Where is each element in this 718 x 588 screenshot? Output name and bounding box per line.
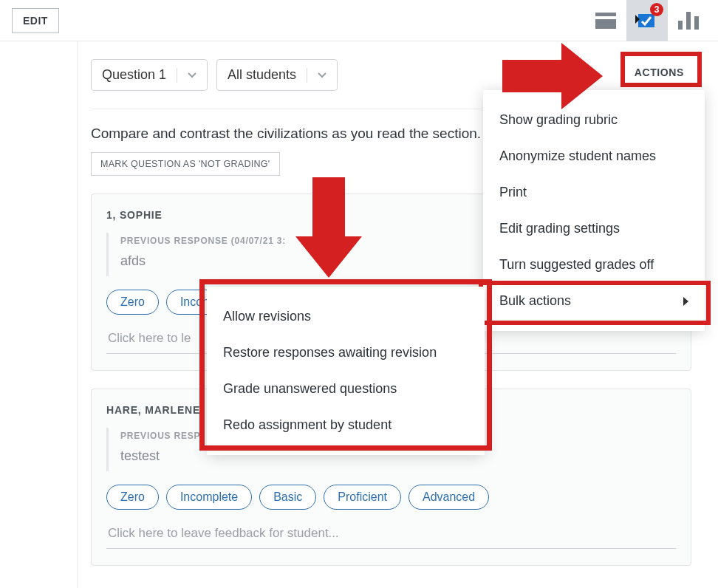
grade-chip-zero[interactable]: Zero xyxy=(106,485,159,510)
question-dropdown[interactable]: Question 1 xyxy=(91,59,208,91)
menu-item-label: Grade unanswered questions xyxy=(223,381,397,397)
submenu-redo[interactable]: Redo assignment by student xyxy=(207,407,485,443)
menu-item-label: Redo assignment by student xyxy=(223,417,392,433)
menu-item-label: Show grading rubric xyxy=(499,112,618,128)
submenu-allow-revisions[interactable]: Allow revisions xyxy=(207,298,485,335)
menu-show-rubric[interactable]: Show grading rubric xyxy=(483,102,705,138)
audience-dropdown[interactable]: All students xyxy=(216,59,338,91)
menu-item-label: Anonymize student names xyxy=(499,148,656,164)
chevron-right-icon xyxy=(683,297,688,306)
actions-button[interactable]: ACTIONS xyxy=(624,59,694,86)
svg-rect-4 xyxy=(678,21,683,30)
menu-bulk-actions[interactable]: Bulk actions xyxy=(483,283,705,319)
menu-suggested-off[interactable]: Turn suggested grades off xyxy=(483,247,705,283)
filter-row: Question 1 All students xyxy=(91,59,691,91)
grade-chip-advanced[interactable]: Advanced xyxy=(408,485,489,510)
menu-item-label: Edit grading settings xyxy=(499,221,620,236)
svg-rect-1 xyxy=(595,16,616,19)
stats-icon[interactable] xyxy=(668,0,709,41)
submenu-grade-unanswered[interactable]: Grade unanswered questions xyxy=(207,371,485,407)
dropdown-divider xyxy=(177,68,177,83)
actions-menu: Show grading rubric Anonymize student na… xyxy=(483,90,705,331)
notification-badge: 3 xyxy=(650,3,663,16)
menu-item-label: Turn suggested grades off xyxy=(499,257,654,273)
menu-edit-settings[interactable]: Edit grading settings xyxy=(483,211,705,247)
grading-check-icon[interactable]: 3 xyxy=(626,0,668,41)
mark-not-grading-button[interactable]: MARK QUESTION AS 'NOT GRADING' xyxy=(91,152,280,176)
top-icons: 3 xyxy=(585,0,709,41)
svg-rect-0 xyxy=(595,13,616,29)
menu-item-label: Print xyxy=(499,185,527,200)
svg-rect-6 xyxy=(694,16,699,30)
grade-chip-incomplete[interactable]: Incomplete xyxy=(166,485,252,510)
topbar: EDIT 3 xyxy=(0,0,718,41)
grade-row: Zero Incomplete Basic Proficient Advance… xyxy=(106,485,676,510)
bulk-actions-submenu: Allow revisions Restore responses awaiti… xyxy=(207,287,485,455)
card-icon[interactable] xyxy=(585,0,626,41)
grade-chip-proficient[interactable]: Proficient xyxy=(324,485,401,510)
chevron-down-icon xyxy=(318,72,326,78)
audience-dropdown-label: All students xyxy=(228,67,296,83)
menu-print[interactable]: Print xyxy=(483,174,705,211)
grade-chip-zero[interactable]: Zero xyxy=(106,290,159,315)
dropdown-divider xyxy=(307,68,307,83)
menu-item-label: Restore responses awaiting revision xyxy=(223,345,437,360)
svg-rect-5 xyxy=(686,12,691,30)
submenu-restore[interactable]: Restore responses awaiting revision xyxy=(207,335,485,371)
chevron-down-icon xyxy=(188,72,196,78)
grade-chip-basic[interactable]: Basic xyxy=(259,485,316,510)
menu-item-label: Bulk actions xyxy=(499,293,571,309)
svg-rect-2 xyxy=(638,14,654,27)
menu-item-label: Allow revisions xyxy=(223,309,311,324)
edit-button[interactable]: EDIT xyxy=(12,8,59,33)
feedback-input[interactable]: Click here to leave feedback for student… xyxy=(106,520,676,549)
question-dropdown-label: Question 1 xyxy=(102,67,166,83)
menu-anonymize[interactable]: Anonymize student names xyxy=(483,138,705,174)
